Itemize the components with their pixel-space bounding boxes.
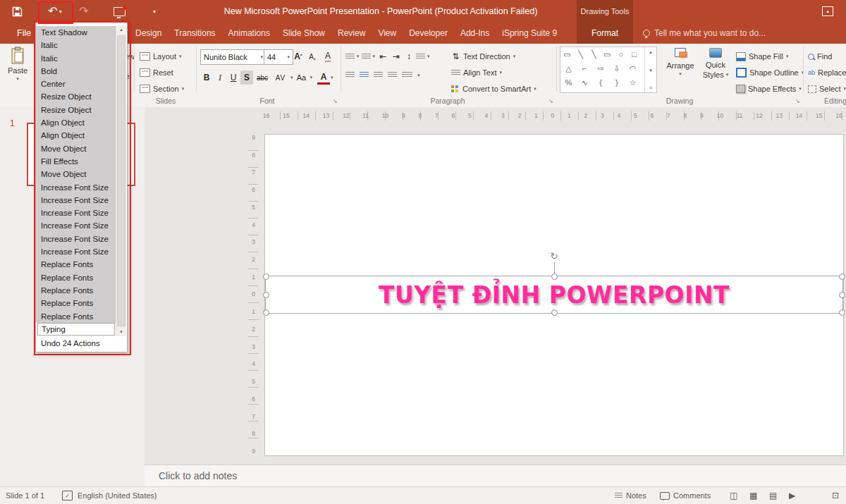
shape-icon[interactable]: ⌐ <box>577 61 593 75</box>
notes-toggle-button[interactable]: Notes <box>615 487 646 504</box>
increase-indent-button[interactable]: ⇥ <box>391 49 402 63</box>
slide-canvas[interactable]: ↻ TUYỆT ĐỈNH POWERPOINT <box>264 134 844 456</box>
undo-history-item[interactable]: Resize Object <box>36 104 116 116</box>
ribbon-tab[interactable]: Design <box>129 23 168 44</box>
undo-history-item[interactable]: Replace Fonts <box>36 310 116 323</box>
align-center-button[interactable] <box>360 72 369 78</box>
decrease-indent-button[interactable]: ⇤ <box>377 49 388 63</box>
arrange-button[interactable]: Arrange ▾ <box>664 48 697 77</box>
gallery-more-icon[interactable]: ≡ <box>649 85 652 90</box>
decrease-font-size-button[interactable]: A▾ <box>306 49 319 63</box>
slide-sorter-view-button[interactable]: ▦ <box>749 487 757 504</box>
slideshow-view-button[interactable]: ▶ <box>789 487 795 504</box>
shape-outline-button[interactable]: Shape Outline ▾ <box>736 66 804 80</box>
undo-button[interactable]: ↶ ▾ <box>41 2 69 20</box>
font-name-combo[interactable]: Nunito Black ▾ <box>200 49 266 65</box>
undo-history-item[interactable]: Increase Font Size <box>36 194 116 207</box>
shape-icon[interactable]: ⇨ <box>593 61 609 75</box>
font-dialog-launcher-icon[interactable]: ↘ <box>333 98 338 104</box>
undo-history-item[interactable]: Fill Effects <box>36 155 116 168</box>
resize-handle-middle-right[interactable] <box>839 292 845 298</box>
shape-icon[interactable]: ╲ <box>574 47 587 61</box>
gallery-down-icon[interactable]: ▾ <box>649 68 652 73</box>
comments-toggle-button[interactable]: Comments <box>660 487 711 504</box>
change-case-button[interactable]: Aa <box>294 70 309 85</box>
gallery-up-icon[interactable]: ▴ <box>649 49 652 55</box>
paste-button[interactable]: Paste ▾ <box>4 47 31 82</box>
underline-button[interactable]: U <box>227 70 240 85</box>
resize-handle-bottom-left[interactable] <box>263 309 269 316</box>
replace-button[interactable]: ab Replace ▾ <box>808 66 846 80</box>
qat-customize-button[interactable]: ▾ <box>148 2 159 20</box>
start-presentation-button[interactable] <box>110 2 128 20</box>
undo-history-item[interactable]: Align Object <box>36 129 116 142</box>
ribbon-tab[interactable]: View <box>372 23 403 44</box>
shape-icon[interactable]: □ <box>627 47 641 61</box>
resize-handle-top-center[interactable] <box>551 273 558 280</box>
resize-handle-top-right[interactable] <box>839 273 845 280</box>
undo-history-item[interactable]: Resize Object <box>36 90 116 103</box>
reset-button[interactable]: Reset <box>140 66 173 80</box>
strikethrough-button[interactable]: abc <box>254 70 271 85</box>
align-text-button[interactable]: Align Text ▾ <box>451 66 502 80</box>
undo-history-item[interactable]: Center <box>36 78 116 90</box>
undo-history-item[interactable]: Move Object <box>36 142 116 155</box>
columns-caret-icon[interactable]: ▾ <box>417 73 420 78</box>
bullets-caret-icon[interactable]: ▾ <box>357 54 360 59</box>
align-left-button[interactable] <box>345 72 355 78</box>
undo-history-item[interactable]: Move Object <box>36 168 116 180</box>
scrollbar-thumb[interactable] <box>117 35 125 326</box>
reading-view-button[interactable]: ▤ <box>769 487 777 504</box>
resize-handle-middle-left[interactable] <box>263 292 269 298</box>
undo-history-item[interactable]: Bold <box>36 65 116 78</box>
shape-icon[interactable]: ╲ <box>587 47 601 61</box>
undo-history-item[interactable]: Italic <box>36 52 116 65</box>
scroll-down-icon[interactable]: ▼ <box>116 328 126 336</box>
find-button[interactable]: Find <box>808 49 832 63</box>
undo-history-item[interactable]: Increase Font Size <box>36 207 116 219</box>
increase-font-size-button[interactable]: A▴ <box>292 49 305 63</box>
scroll-up-icon[interactable]: ▲ <box>116 25 126 34</box>
shape-icon[interactable]: △ <box>560 61 577 75</box>
text-direction-button[interactable]: ⇅ Text Direction ▾ <box>451 49 515 63</box>
shapes-gallery-scroll[interactable]: ▴ ▾ ≡ <box>644 47 656 92</box>
shape-icon[interactable]: { <box>593 75 609 90</box>
ribbon-tab[interactable]: Developer <box>403 23 454 44</box>
quick-styles-button[interactable]: Quick Styles▾ <box>699 48 732 79</box>
redo-button[interactable]: ↷ <box>75 2 93 20</box>
shape-icon[interactable]: ▭ <box>560 47 574 61</box>
ribbon-tab[interactable]: Slide Show <box>276 23 331 44</box>
rotate-handle-icon[interactable]: ↻ <box>550 251 558 261</box>
bold-button[interactable]: B <box>200 70 213 85</box>
notes-pane[interactable]: Click to add notes <box>145 465 846 486</box>
resize-handle-bottom-right[interactable] <box>839 309 845 316</box>
line-spacing-button[interactable]: ↕ <box>404 49 414 63</box>
language-status[interactable]: English (United States) <box>78 487 157 504</box>
align-right-button[interactable] <box>374 72 383 78</box>
bullets-icon[interactable] <box>345 54 355 60</box>
shape-icon[interactable]: } <box>608 75 625 90</box>
font-size-combo[interactable]: 44 ▾ <box>264 49 293 65</box>
ribbon-display-options-icon[interactable]: ▴ <box>822 6 833 16</box>
tab-format[interactable]: Format <box>577 23 633 44</box>
resize-handle-top-left[interactable] <box>263 273 269 280</box>
shape-icon[interactable]: ▭ <box>601 47 614 61</box>
shape-icon[interactable]: ∿ <box>577 75 593 90</box>
undo-history-item[interactable]: Replace Fonts <box>36 297 116 309</box>
undo-history-item[interactable]: Align Object <box>36 116 116 129</box>
numbering-icon[interactable] <box>362 54 371 60</box>
shape-icon[interactable]: ○ <box>614 47 627 61</box>
shape-icon[interactable]: % <box>560 75 577 90</box>
italic-button[interactable]: I <box>214 70 226 85</box>
shape-effects-button[interactable]: Shape Effects ▾ <box>736 82 802 96</box>
drawing-dialog-launcher-icon[interactable]: ↘ <box>795 98 800 104</box>
paragraph-dialog-launcher-icon[interactable]: ↘ <box>548 98 553 104</box>
save-button[interactable] <box>8 2 25 20</box>
shapes-gallery[interactable]: ▭╲╲▭○□ △⌐⇨⇩◠ %∿{}☆ ▴ ▾ ≡ <box>560 47 657 93</box>
ribbon-tab[interactable]: Transitions <box>168 23 221 44</box>
ribbon-tab[interactable]: Add-Ins <box>454 23 496 44</box>
normal-view-button[interactable]: ◫ <box>730 487 737 504</box>
resize-handle-bottom-center[interactable] <box>551 309 558 316</box>
title-textbox[interactable]: ↻ TUYỆT ĐỈNH POWERPOINT <box>265 276 843 314</box>
slide-title-text[interactable]: TUYỆT ĐỈNH POWERPOINT <box>266 276 842 313</box>
